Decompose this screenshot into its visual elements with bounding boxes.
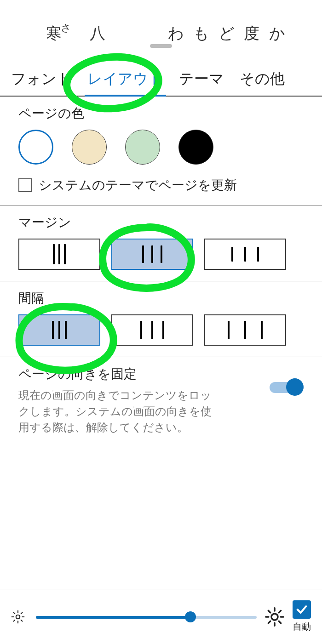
system-theme-label: システムのテーマでページを更新: [39, 177, 237, 194]
settings-tabs: フォント レイアウト テーマ その他: [0, 52, 322, 97]
slider-fill: [36, 616, 190, 619]
svg-point-9: [271, 614, 278, 620]
orientation-lock-toggle[interactable]: [270, 378, 304, 397]
sheet-drag-handle[interactable]: [150, 44, 172, 48]
bg-char: わ: [168, 23, 184, 41]
margin-narrow[interactable]: [18, 239, 100, 270]
orientation-lock-title: ページの向きを固定: [18, 365, 212, 383]
bg-char: も: [193, 23, 209, 41]
brightness-auto[interactable]: 自動: [293, 600, 311, 633]
page-color-green[interactable]: [125, 130, 160, 165]
spacing-label: 間隔: [18, 290, 304, 307]
svg-point-0: [16, 615, 20, 619]
brightness-auto-label: 自動: [293, 621, 311, 633]
toggle-knob: [286, 378, 304, 396]
page-color-section: ページの色 システムのテーマでページを更新: [0, 97, 322, 205]
svg-line-15: [279, 621, 281, 623]
spacing-medium[interactable]: [111, 314, 193, 346]
spacing-section: 間隔: [0, 281, 322, 357]
brightness-low-icon: [8, 607, 28, 627]
page-color-white[interactable]: [18, 130, 53, 165]
system-theme-checkbox[interactable]: [18, 178, 32, 192]
orientation-lock-description: 現在の画面の向きでコンテンツをロックします。システムの画面の向きを使用する際は、…: [18, 388, 212, 435]
system-theme-row[interactable]: システムのテーマでページを更新: [18, 177, 304, 194]
bg-char: 寒: [46, 23, 62, 41]
tab-layout[interactable]: レイアウト: [85, 66, 166, 96]
slider-thumb[interactable]: [185, 611, 196, 622]
background-page-text: 寒 さ 八 わ も ど 度 か: [0, 0, 322, 41]
brightness-slider[interactable]: [36, 608, 257, 626]
spacing-loose[interactable]: [204, 314, 286, 346]
spacing-tight[interactable]: [18, 314, 100, 346]
tab-font[interactable]: フォント: [8, 66, 75, 96]
page-color-label: ページの色: [18, 105, 304, 122]
active-tab-underline: [85, 95, 166, 97]
margin-medium[interactable]: [111, 239, 193, 270]
page-color-black[interactable]: [178, 130, 213, 165]
page-color-swatches: [18, 130, 304, 165]
tab-other[interactable]: その他: [237, 66, 288, 96]
bg-char: か: [269, 23, 285, 41]
page-color-sepia[interactable]: [72, 130, 107, 165]
bg-char: ど: [218, 23, 235, 41]
svg-line-16: [268, 621, 270, 623]
brightness-high-icon: [265, 607, 284, 627]
bg-char: 度: [244, 23, 259, 41]
margin-wide[interactable]: [204, 239, 286, 270]
svg-line-14: [268, 610, 270, 612]
brightness-auto-checkbox[interactable]: [293, 600, 311, 619]
svg-line-6: [21, 620, 23, 621]
margin-label: マージン: [18, 214, 304, 231]
orientation-lock-section: ページの向きを固定 現在の画面の向きでコンテンツをロックします。システムの画面の…: [0, 357, 322, 446]
tab-theme[interactable]: テーマ: [176, 66, 227, 96]
bg-char: さ: [61, 21, 71, 35]
brightness-bar: 自動: [0, 589, 322, 644]
bg-char: 八: [90, 23, 105, 41]
svg-line-7: [14, 620, 15, 621]
svg-line-17: [279, 610, 281, 612]
svg-line-8: [21, 612, 23, 614]
svg-line-5: [14, 612, 15, 614]
margin-section: マージン: [0, 205, 322, 281]
